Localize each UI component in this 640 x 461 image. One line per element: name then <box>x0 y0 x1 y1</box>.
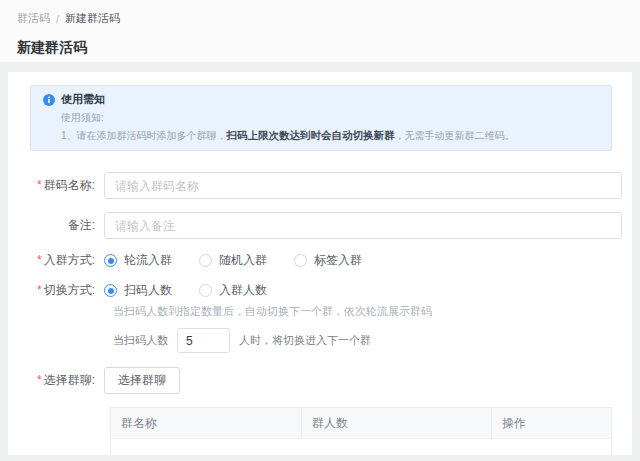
breadcrumb: 群活码 / 新建群活码 <box>17 11 640 26</box>
radio-join-tag[interactable]: 标签入群 <box>294 252 362 269</box>
form-row-code-name: *群码名称: <box>8 172 622 199</box>
threshold-prefix: 当扫码人数 <box>113 333 168 348</box>
column-header-action: 操作 <box>491 408 611 438</box>
radio-join-random[interactable]: 随机入群 <box>199 252 267 269</box>
alert-subtitle: 使用须知: <box>61 111 599 125</box>
radio-checked-icon <box>104 284 117 297</box>
select-group-label: *选择群聊: <box>8 372 104 389</box>
column-header-group-count: 群人数 <box>301 408 491 438</box>
radio-unchecked-icon <box>294 254 307 267</box>
table-header-row: 群名称 群人数 操作 <box>111 408 611 438</box>
switch-mode-hint: 当扫码人数到指定数量后，自动切换下一个群，依次轮流展示群码 <box>113 304 622 319</box>
required-mark: * <box>37 283 42 297</box>
required-mark: * <box>37 253 42 267</box>
radio-switch-scan-count[interactable]: 扫码人数 <box>104 282 172 299</box>
alert-title-row: 使用需知 <box>43 92 599 107</box>
table-empty-body <box>111 438 611 455</box>
selected-groups-table: 群名称 群人数 操作 <box>110 407 612 455</box>
threshold-input[interactable] <box>177 328 230 353</box>
form-row-join-mode: *入群方式: 轮流入群 随机入群 标签入群 <box>8 252 622 269</box>
column-header-group-name: 群名称 <box>111 408 301 438</box>
page-header: 群活码 / 新建群活码 新建群活码 <box>0 0 640 62</box>
page-title: 新建群活码 <box>17 39 640 57</box>
alert-rule-text: 1、请在添加群活码时添加多个群聊，扫码上限次数达到时会自动切换新群，无需手动更新… <box>61 129 599 143</box>
alert-rule-prefix: 请在添加群活码时添加多个群聊， <box>77 130 227 141</box>
code-name-label: *群码名称: <box>8 177 104 194</box>
breadcrumb-separator: / <box>56 13 59 25</box>
switch-mode-label: *切换方式: <box>8 282 104 299</box>
select-group-button[interactable]: 选择群聊 <box>104 367 180 394</box>
alert-rule-number: 1、 <box>61 130 77 141</box>
form-card: 使用需知 使用须知: 1、请在添加群活码时添加多个群聊，扫码上限次数达到时会自动… <box>8 72 632 455</box>
required-mark: * <box>37 373 42 387</box>
page: 群活码 / 新建群活码 新建群活码 使用需知 使用须知: 1、请在添加群活码时添… <box>0 0 640 461</box>
breadcrumb-item-current: 新建群活码 <box>65 11 120 26</box>
radio-checked-icon <box>104 254 117 267</box>
radio-unchecked-icon <box>199 284 212 297</box>
join-mode-label: *入群方式: <box>8 252 104 269</box>
radio-unchecked-icon <box>199 254 212 267</box>
threshold-suffix: 人时，将切换进入下一个群 <box>239 333 371 348</box>
remark-input[interactable] <box>104 212 622 239</box>
form-row-remark: 备注: <box>8 212 622 239</box>
threshold-row: 当扫码人数 人时，将切换进入下一个群 <box>113 328 622 353</box>
alert-rule-suffix: ，无需手动更新群二维码。 <box>395 130 515 141</box>
usage-notice-alert: 使用需知 使用须知: 1、请在添加群活码时添加多个群聊，扫码上限次数达到时会自动… <box>30 85 612 151</box>
alert-title: 使用需知 <box>61 92 105 107</box>
radio-join-rotate[interactable]: 轮流入群 <box>104 252 172 269</box>
new-group-livecode-form: *群码名称: 备注: *入群方式: 轮流入群 随机入群 <box>8 151 632 455</box>
remark-label: 备注: <box>8 217 104 234</box>
breadcrumb-item-group-livecode[interactable]: 群活码 <box>17 11 50 26</box>
form-row-switch-mode: *切换方式: 扫码人数 入群人数 <box>8 282 622 299</box>
radio-switch-join-count[interactable]: 入群人数 <box>199 282 267 299</box>
form-row-select-group: *选择群聊: 选择群聊 <box>8 367 622 394</box>
required-mark: * <box>37 178 42 192</box>
alert-rule-highlight: 扫码上限次数达到时会自动切换新群 <box>227 129 395 141</box>
code-name-input[interactable] <box>104 172 622 199</box>
info-icon <box>43 94 55 106</box>
